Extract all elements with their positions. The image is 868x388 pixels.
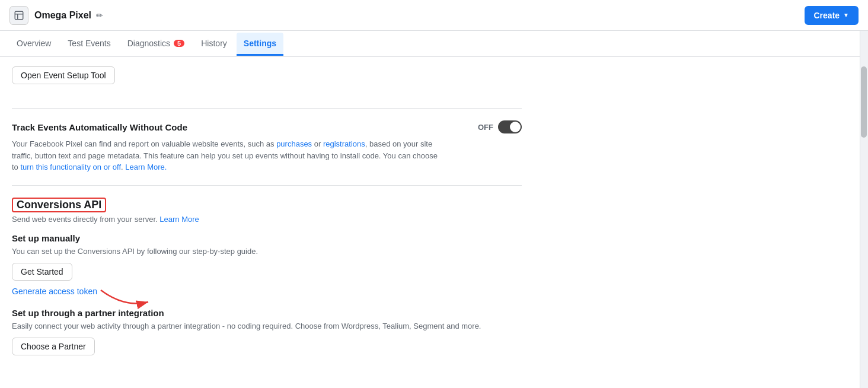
track-events-title: Track Events Automatically Without Code [12, 122, 187, 132]
pixel-icon [9, 6, 28, 25]
tab-history[interactable]: History [194, 33, 234, 56]
toggle-label: OFF [478, 123, 493, 132]
partner-integration-desc: Easily connect your web activity through… [12, 322, 522, 330]
scrollbar-thumb[interactable] [861, 66, 867, 138]
diagnostics-badge: 5 [174, 40, 184, 47]
choose-partner-button[interactable]: Choose a Partner [12, 338, 95, 355]
registrations-link[interactable]: registrations [323, 139, 365, 148]
tab-overview[interactable]: Overview [9, 33, 58, 56]
tab-diagnostics[interactable]: Diagnostics 5 [120, 33, 192, 56]
track-events-description: Your Facebook Pixel can find and report … [12, 138, 439, 173]
track-events-toggle[interactable] [498, 120, 522, 133]
create-button[interactable]: Create ▼ [805, 6, 859, 25]
nav-tabs: Overview Test Events Diagnostics 5 Histo… [0, 31, 868, 57]
edit-icon[interactable]: ✏ [96, 11, 103, 20]
turn-on-off-link[interactable]: turn this functionality on or off [20, 163, 121, 171]
generate-access-token-link[interactable]: Generate access token [12, 287, 97, 296]
toggle-knob [510, 122, 521, 132]
top-bar: Omega Pixel ✏ Create ▼ [0, 0, 868, 31]
red-arrow-annotation [95, 284, 154, 314]
divider-1 [12, 108, 522, 109]
scrollbar-track[interactable] [860, 31, 868, 371]
conversions-api-subtitle: Send web events directly from your serve… [12, 215, 522, 224]
track-events-header: Track Events Automatically Without Code … [12, 120, 522, 133]
partner-integration-title: Set up through a partner integration [12, 308, 522, 318]
conversions-api-title: Conversions API [13, 198, 105, 212]
purchases-link[interactable]: purchases [276, 139, 312, 148]
svg-rect-0 [15, 11, 23, 20]
main-content: Open Event Setup Tool Track Events Autom… [0, 57, 534, 371]
conversions-api-learn-more-link[interactable]: Learn More [159, 215, 199, 224]
set-up-manually-desc: You can set up the Conversions API by fo… [12, 247, 522, 256]
set-up-manually-section: Set up manually You can set up the Conve… [12, 233, 522, 308]
toggle-container: OFF [478, 120, 522, 133]
divider-2 [12, 185, 522, 186]
chevron-down-icon: ▼ [843, 12, 849, 18]
conversions-api-title-box: Conversions API [12, 198, 106, 212]
open-event-setup-button[interactable]: Open Event Setup Tool [12, 66, 115, 84]
tab-settings[interactable]: Settings [237, 33, 283, 56]
get-started-button[interactable]: Get Started [12, 263, 72, 281]
tab-test-events[interactable]: Test Events [60, 33, 117, 56]
track-events-learn-more-link[interactable]: Learn More. [125, 163, 167, 171]
partner-integration-section: Set up through a partner integration Eas… [12, 308, 522, 361]
conversions-api-section: Conversions API Send web events directly… [12, 198, 522, 361]
generate-token-container: Generate access token [12, 287, 97, 308]
set-up-manually-title: Set up manually [12, 233, 522, 243]
app-title: Omega Pixel [34, 10, 91, 21]
